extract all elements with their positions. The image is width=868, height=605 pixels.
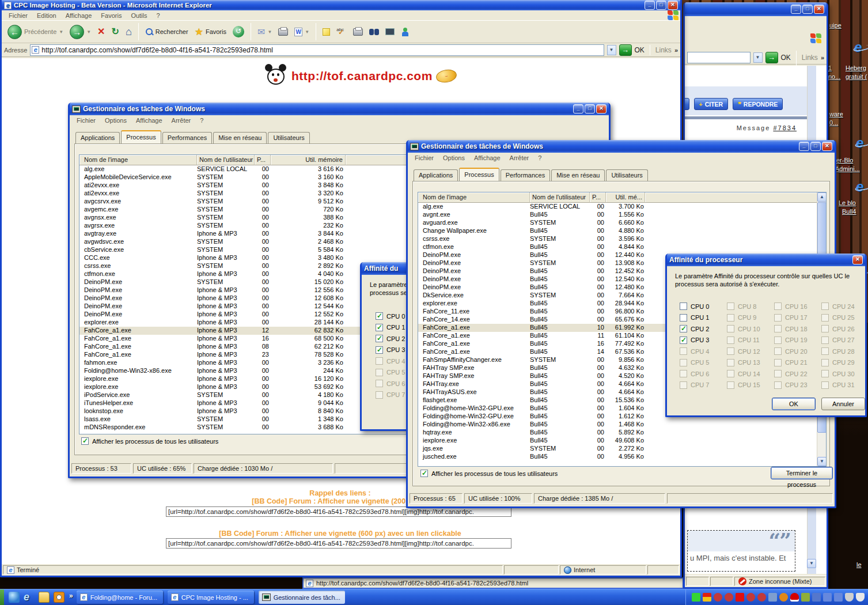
show-all-checkbox[interactable]: [420, 470, 428, 477]
maximize-button[interactable]: □: [810, 142, 821, 151]
tab-utilisateurs[interactable]: Utilisateurs: [268, 132, 309, 143]
favorites-button[interactable]: ★ Favoris: [192, 25, 229, 39]
tab-applications[interactable]: Applications: [414, 169, 458, 181]
stop-button[interactable]: ✕: [95, 26, 107, 37]
volume-icon[interactable]: [845, 593, 854, 602]
column-header[interactable]: Util. mé...: [606, 192, 645, 203]
desktop-icon-label[interactable]: ware: [829, 111, 843, 118]
red-square-icon[interactable]: [736, 593, 744, 602]
scroll-up-button[interactable]: ▲: [817, 192, 827, 202]
menu-item[interactable]: Fichier: [4, 12, 32, 19]
print-button[interactable]: [276, 27, 290, 37]
cpu-checkbox[interactable]: [680, 325, 687, 332]
quote-button[interactable]: +CITER: [694, 98, 729, 110]
print2-button[interactable]: [351, 27, 365, 37]
desktop-icon-label[interactable]: Admini...: [835, 165, 860, 172]
network2-icon[interactable]: [834, 593, 843, 602]
column-header[interactable]: P...: [590, 192, 606, 203]
go-button[interactable]: →: [619, 44, 632, 56]
gear-icon[interactable]: [757, 593, 766, 602]
tab-performances[interactable]: Performances: [162, 132, 212, 143]
clock-quicklaunch-icon[interactable]: [54, 592, 65, 603]
links-chevron-icon[interactable]: »: [821, 54, 824, 61]
desktop-icon-label[interactable]: 1: [828, 65, 832, 71]
messenger-quicklaunch-icon[interactable]: [9, 592, 20, 603]
taskbar-task-button[interactable]: eCPC Image Hosting - ...: [168, 591, 254, 604]
ie-desktop-icon[interactable]: e: [856, 136, 868, 151]
process-row[interactable]: Change Wallpaper.exeBull45004.880 Ko: [418, 227, 817, 235]
refresh-button[interactable]: ↻: [109, 26, 122, 37]
address-dropdown-button[interactable]: ▼: [753, 52, 763, 63]
close-button[interactable]: ✕: [852, 255, 863, 264]
taskbar-task-button[interactable]: eFolding@home - Foru...: [77, 591, 163, 604]
quicklaunch-chevron-icon[interactable]: »: [69, 592, 73, 600]
mail-button[interactable]: ✉▼: [255, 25, 274, 39]
process-row[interactable]: avguard.exeSYSTEM006.660 Ko: [418, 219, 817, 227]
menu-item[interactable]: Favoris: [96, 12, 126, 19]
close-button[interactable]: ✕: [814, 5, 824, 14]
ie-quicklaunch-icon[interactable]: e: [24, 592, 35, 603]
menu-item[interactable]: ?: [533, 154, 546, 161]
process-row[interactable]: jusched.exeBull45004.956 Ko: [418, 453, 817, 461]
cpu-checkbox[interactable]: [680, 336, 687, 344]
close-button[interactable]: ✕: [668, 1, 678, 10]
desktop-icon-label[interactable]: no...: [828, 73, 840, 80]
cpu-checkbox[interactable]: [680, 314, 687, 322]
tm1-titlebar[interactable]: Gestionnaire des tâches de Windows _ □ ✕: [70, 103, 609, 115]
desktop-icon-label[interactable]: gratuit (: [846, 73, 867, 80]
tray-green-icon[interactable]: [692, 593, 700, 602]
tab-mise-en-r-seau[interactable]: Mise en réseau: [551, 169, 605, 181]
menu-item[interactable]: Fichier: [72, 117, 100, 124]
search-button[interactable]: Rechercher: [143, 27, 191, 37]
ok-button[interactable]: OK: [772, 398, 816, 410]
process-row[interactable]: hqtray.exeBull45005.892 Ko: [418, 429, 817, 437]
ati-gear-icon[interactable]: [779, 593, 788, 602]
ie-desktop-icon[interactable]: e: [856, 180, 868, 195]
menu-item[interactable]: Options: [438, 154, 469, 161]
bbcode-600-input[interactable]: [166, 538, 511, 549]
links-label[interactable]: Links: [655, 46, 672, 54]
message-number-link[interactable]: #7834: [773, 124, 797, 131]
ie-back-titlebar[interactable]: _ □ ✕: [685, 2, 827, 16]
close-button[interactable]: ✕: [596, 104, 607, 114]
process-row[interactable]: jqs.exeSYSTEM002.272 Ko: [418, 445, 817, 453]
ie-desktop-icon[interactable]: e: [854, 40, 868, 55]
desktop-icon-label[interactable]: le: [856, 561, 862, 568]
tab-utilisateurs[interactable]: Utilisateurs: [606, 169, 647, 181]
column-header[interactable]: Nom de l'image: [79, 155, 197, 165]
back-dropdown-icon[interactable]: ▼: [59, 29, 63, 35]
cpu-checkbox[interactable]: [376, 312, 383, 320]
process-row[interactable]: avgnt.exeBull45001.556 Ko: [418, 211, 817, 219]
notes-button[interactable]: [320, 27, 332, 37]
folder-quicklaunch-icon[interactable]: [39, 592, 50, 603]
taskbar-task-button[interactable]: Gestionnaire des tâch...: [259, 591, 345, 604]
edit-word-button[interactable]: W▼: [292, 27, 312, 37]
tab-processus[interactable]: Processus: [459, 168, 499, 181]
show-all-checkbox[interactable]: [81, 437, 89, 445]
column-header[interactable]: P...: [255, 155, 271, 165]
minimize-button[interactable]: _: [645, 1, 655, 10]
leaf-icon[interactable]: [801, 593, 810, 602]
menu-item[interactable]: ?: [152, 12, 165, 19]
menu-item[interactable]: Arrêter: [505, 154, 534, 161]
gear-blue-dot-icon[interactable]: [746, 593, 755, 602]
address-input[interactable]: [41, 46, 602, 54]
column-header[interactable]: Nom de l'image: [418, 192, 530, 203]
spellcheck-button[interactable]: abc: [334, 27, 349, 37]
back-button[interactable]: ← Précédente ▼: [5, 24, 66, 40]
cpu-checkbox[interactable]: [376, 335, 383, 342]
column-header[interactable]: Util. mémoire: [271, 155, 346, 165]
go-button[interactable]: →: [765, 52, 778, 63]
minimize-button[interactable]: _: [791, 5, 801, 14]
messenger-button[interactable]: [399, 27, 411, 37]
flashget-icon[interactable]: [703, 593, 711, 602]
avira-umbrella-icon[interactable]: [790, 593, 799, 602]
reply-button[interactable]: ❞REPONDRE: [733, 98, 783, 110]
comodo-gear-icon[interactable]: [714, 593, 722, 602]
tab-performances[interactable]: Performances: [501, 169, 550, 181]
process-row[interactable]: iexplore.exeBull450049.608 Ko: [418, 437, 817, 445]
keyboard-button[interactable]: [383, 27, 397, 36]
minimize-button[interactable]: _: [573, 104, 583, 114]
tab-mise-en-r-seau[interactable]: Mise en réseau: [213, 132, 267, 143]
address-dropdown-button[interactable]: ▼: [607, 45, 616, 55]
